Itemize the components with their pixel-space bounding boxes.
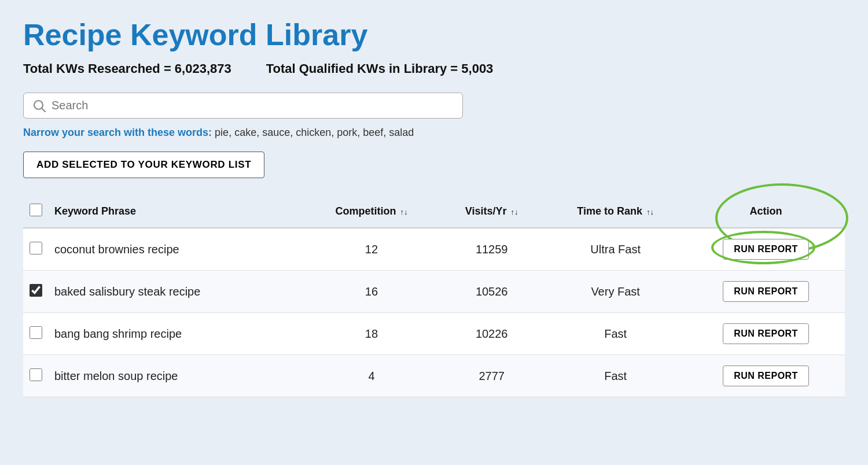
row-competition: 4 bbox=[304, 355, 440, 397]
select-all-checkbox[interactable] bbox=[30, 204, 42, 216]
search-container bbox=[23, 93, 845, 119]
table-row: coconut brownies recipe1211259Ultra Fast… bbox=[23, 228, 845, 271]
page-title: Recipe Keyword Library bbox=[23, 17, 845, 52]
stats-row: Total KWs Researched = 6,023,873 Total Q… bbox=[23, 61, 845, 76]
row-checkbox-0[interactable] bbox=[30, 242, 42, 254]
run-report-circle-wrapper: RUN REPORT bbox=[723, 239, 809, 260]
row-time-to-rank: Fast bbox=[544, 355, 687, 397]
competition-sort-icon[interactable]: ↑↓ bbox=[400, 208, 407, 216]
timetorank-sort-icon[interactable]: ↑↓ bbox=[646, 208, 654, 216]
row-visits: 11259 bbox=[439, 228, 544, 271]
row-visits: 10526 bbox=[439, 271, 544, 313]
row-time-to-rank: Fast bbox=[544, 313, 687, 355]
search-box bbox=[23, 93, 463, 119]
run-report-button-3[interactable]: RUN REPORT bbox=[723, 366, 809, 386]
row-competition: 16 bbox=[304, 271, 440, 313]
row-keyword: baked salisbury steak recipe bbox=[49, 271, 304, 313]
keyword-table: Keyword Phrase Competition ↑↓ Visits/Yr … bbox=[23, 195, 845, 397]
row-checkbox-cell bbox=[23, 355, 49, 397]
visits-sort-icon[interactable]: ↑↓ bbox=[511, 208, 518, 216]
table-row: bitter melon soup recipe42777FastRUN REP… bbox=[23, 355, 845, 397]
narrow-search-hint: Narrow your search with these words: pie… bbox=[23, 127, 845, 139]
col-header-timetorank: Time to Rank ↑↓ bbox=[544, 195, 687, 228]
row-time-to-rank: Very Fast bbox=[544, 271, 687, 313]
row-action-cell: RUN REPORT bbox=[687, 228, 845, 271]
row-action-cell: RUN REPORT bbox=[687, 313, 845, 355]
row-time-to-rank: Ultra Fast bbox=[544, 228, 687, 271]
row-keyword: bitter melon soup recipe bbox=[49, 355, 304, 397]
total-qualified-stat: Total Qualified KWs in Library = 5,003 bbox=[266, 61, 494, 76]
row-checkbox-3[interactable] bbox=[30, 368, 42, 381]
search-icon bbox=[33, 99, 46, 112]
col-header-action: Action bbox=[687, 195, 845, 228]
svg-line-1 bbox=[42, 108, 45, 112]
search-input[interactable] bbox=[52, 99, 453, 112]
row-competition: 12 bbox=[304, 228, 440, 271]
run-report-button-1[interactable]: RUN REPORT bbox=[723, 281, 809, 302]
row-action-cell: RUN REPORT bbox=[687, 355, 845, 397]
row-competition: 18 bbox=[304, 313, 440, 355]
row-keyword: coconut brownies recipe bbox=[49, 228, 304, 271]
col-header-visits: Visits/Yr ↑↓ bbox=[439, 195, 544, 228]
row-visits: 2777 bbox=[439, 355, 544, 397]
table-row: baked salisbury steak recipe1610526Very … bbox=[23, 271, 845, 313]
total-kws-stat: Total KWs Researched = 6,023,873 bbox=[23, 61, 231, 76]
row-action-cell: RUN REPORT bbox=[687, 271, 845, 313]
row-checkbox-2[interactable] bbox=[30, 326, 42, 339]
row-checkbox-cell bbox=[23, 313, 49, 355]
row-visits: 10226 bbox=[439, 313, 544, 355]
narrow-search-label: Narrow your search with these words: bbox=[23, 127, 212, 138]
narrow-search-words: pie, cake, sauce, chicken, pork, beef, s… bbox=[215, 127, 414, 138]
col-header-keyword: Keyword Phrase bbox=[49, 195, 304, 228]
header-checkbox-cell bbox=[23, 195, 49, 228]
run-report-button-2[interactable]: RUN REPORT bbox=[723, 323, 809, 344]
col-header-competition: Competition ↑↓ bbox=[304, 195, 440, 228]
row-keyword: bang bang shrimp recipe bbox=[49, 313, 304, 355]
row-checkbox-1[interactable] bbox=[30, 284, 42, 297]
row-checkbox-cell bbox=[23, 228, 49, 271]
row-checkbox-cell bbox=[23, 271, 49, 313]
table-row: bang bang shrimp recipe1810226FastRUN RE… bbox=[23, 313, 845, 355]
add-selected-button[interactable]: ADD SELECTED TO YOUR KEYWORD LIST bbox=[23, 152, 264, 178]
run-report-button-0[interactable]: RUN REPORT bbox=[723, 239, 809, 260]
